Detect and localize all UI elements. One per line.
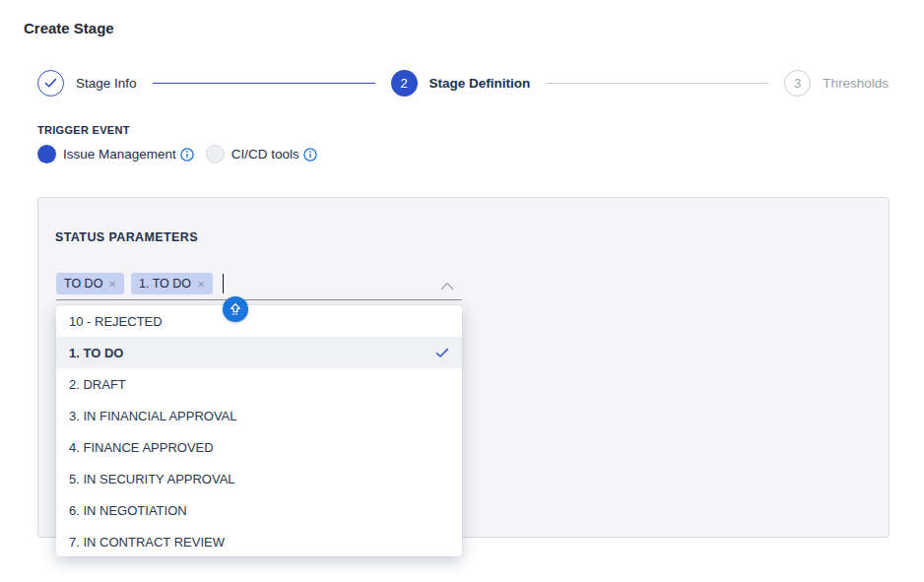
info-icon[interactable] xyxy=(180,148,194,162)
step-label: Thresholds xyxy=(823,76,889,91)
step-stage-definition[interactable]: 2 Stage Definition xyxy=(391,70,531,97)
wizard-stepper: Stage Info 2 Stage Definition 3 Threshol… xyxy=(37,70,889,97)
stage-definition-panel: STATUS PARAMETERS TO DO × 1. TO DO × 10 … xyxy=(37,197,890,538)
dropdown-option[interactable]: 5. IN SECURITY APPROVAL xyxy=(56,463,462,494)
chip-label: TO DO xyxy=(64,277,102,291)
step-completed-circle xyxy=(37,70,64,97)
trigger-event-label: TRIGGER EVENT xyxy=(37,124,924,136)
status-parameters-multiselect[interactable]: TO DO × 1. TO DO × xyxy=(56,268,462,300)
selected-chip: TO DO × xyxy=(56,273,124,294)
step-thresholds[interactable]: 3 Thresholds xyxy=(784,70,889,97)
step-number-circle: 3 xyxy=(784,70,811,97)
step-number-circle: 2 xyxy=(391,70,418,97)
dropdown-option-selected[interactable]: 1. TO DO xyxy=(56,337,462,368)
close-icon[interactable]: × xyxy=(108,277,116,291)
status-parameters-label: STATUS PARAMETERS xyxy=(55,230,198,244)
step-label: Stage Info xyxy=(76,76,137,91)
dropdown-option[interactable]: 2. DRAFT xyxy=(56,368,462,400)
radio-label: Issue Management xyxy=(63,147,176,162)
radio-cicd-tools[interactable] xyxy=(206,145,225,163)
stepper-connector xyxy=(546,83,768,84)
radio-issue-management[interactable] xyxy=(37,145,56,163)
dropdown-option[interactable]: 7. IN CONTRACT REVIEW xyxy=(56,526,462,556)
page-title: Create Stage xyxy=(24,20,924,36)
stepper-connector xyxy=(153,83,375,84)
check-icon xyxy=(435,348,449,358)
scroll-up-cursor-icon xyxy=(223,296,248,322)
text-cursor xyxy=(223,274,225,293)
step-stage-info[interactable]: Stage Info xyxy=(37,70,137,97)
dropdown-option[interactable]: 4. FINANCE APPROVED xyxy=(56,431,462,463)
dropdown-option[interactable]: 3. IN FINANCIAL APPROVAL xyxy=(56,400,462,431)
check-icon xyxy=(44,78,57,89)
dropdown-option[interactable]: 6. IN NEGOTIATION xyxy=(56,494,462,526)
chip-label: 1. TO DO xyxy=(139,277,191,291)
info-icon[interactable] xyxy=(303,148,317,162)
radio-label: CI/CD tools xyxy=(231,147,299,162)
dropdown-option[interactable]: 10 - REJECTED xyxy=(56,305,462,337)
close-icon[interactable]: × xyxy=(197,277,205,291)
selected-chip: 1. TO DO × xyxy=(131,273,213,294)
status-parameters-dropdown: 10 - REJECTED 1. TO DO 2. DRAFT 3. IN FI… xyxy=(56,305,462,556)
chevron-up-icon[interactable] xyxy=(440,277,454,294)
trigger-event-options: Issue Management CI/CD tools xyxy=(37,145,924,163)
step-label: Stage Definition xyxy=(429,76,531,91)
